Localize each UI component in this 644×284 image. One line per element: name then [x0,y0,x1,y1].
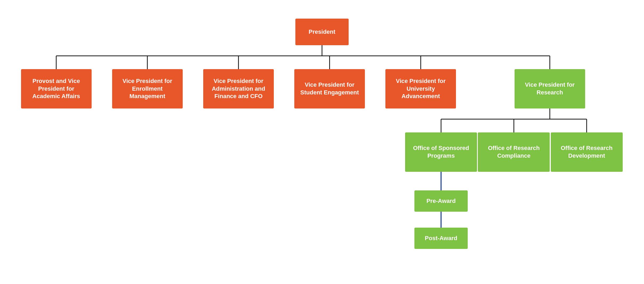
col-advancement: Vice President for University Advancemen… [385,69,456,108]
col-enrollment: Vice President for Enrollment Management [112,69,183,108]
post-award-label: Post-Award [425,235,457,242]
student-label: Vice President for Student Engagement [299,81,361,96]
development-label: Office of Research Development [555,144,618,160]
row-research-subs: Office of Sponsored Programs Pre-Award P… [405,108,623,249]
col-compliance: Office of Research Compliance [478,132,550,172]
node-admin: Vice President for Administration and Fi… [203,69,274,108]
row-president: President [5,11,639,45]
admin-label: Vice President for Administration and Fi… [207,77,270,100]
col-sponsored: Office of Sponsored Programs Pre-Award P… [405,132,477,249]
sponsored-label: Office of Sponsored Programs [409,144,473,160]
node-enrollment: Vice President for Enrollment Management [112,69,183,108]
col-development: Office of Research Development [551,132,623,172]
advancement-label: Vice President for University Advancemen… [390,77,452,100]
col-provost: Provost and Vice President for Academic … [21,69,92,108]
node-research: Vice President for Research [515,69,585,108]
node-post-award: Post-Award [414,228,468,249]
research-label: Vice President for Research [519,81,581,96]
node-sponsored: Office of Sponsored Programs [405,132,477,172]
node-advancement: Vice President for University Advancemen… [385,69,456,108]
org-chart: President Provost and Vice President for… [0,0,644,284]
compliance-label: Office of Research Compliance [482,144,545,160]
pre-award-label: Pre-Award [426,197,456,205]
col-research: Vice President for Research Office of Sp… [476,69,623,249]
president-node: President [295,19,349,45]
node-compliance: Office of Research Compliance [478,132,550,172]
node-student: Vice President for Student Engagement [294,69,365,108]
col-admin: Vice President for Administration and Fi… [203,69,274,108]
col-student: Vice President for Student Engagement [294,69,365,108]
provost-label: Provost and Vice President for Academic … [25,77,87,100]
node-provost: Provost and Vice President for Academic … [21,69,92,108]
enrollment-label: Vice President for Enrollment Management [116,77,178,100]
row-vps: Provost and Vice President for Academic … [5,45,639,249]
row-awards: Pre-Award Post-Award [414,172,468,249]
node-development: Office of Research Development [551,132,623,172]
president-label: President [309,28,335,36]
node-pre-award: Pre-Award [414,190,468,212]
